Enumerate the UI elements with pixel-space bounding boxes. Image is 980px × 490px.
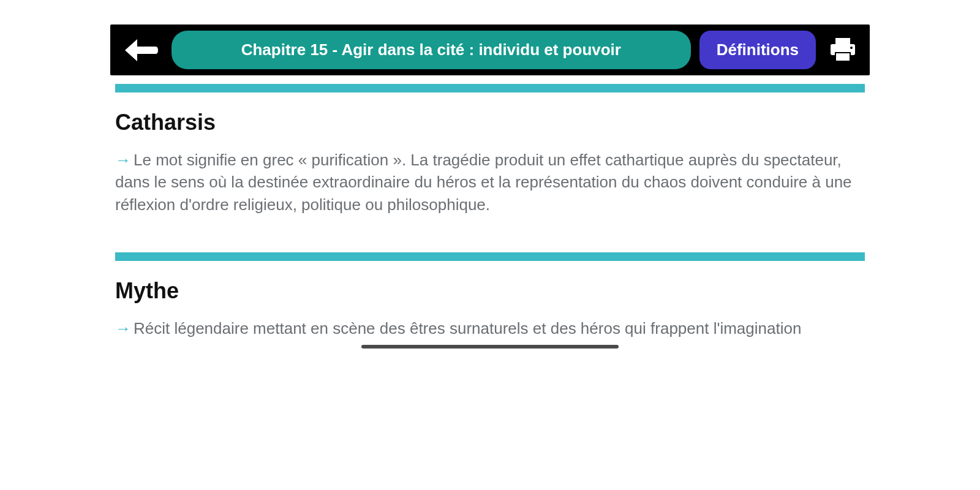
- section-divider: [115, 84, 865, 92]
- svg-point-3: [850, 47, 853, 49]
- bullet-arrow-icon: →: [115, 319, 131, 337]
- section-divider: [115, 252, 865, 261]
- horizontal-scroll-indicator[interactable]: [361, 345, 619, 349]
- back-arrow-icon: [123, 37, 159, 64]
- term-definition: →Le mot signifie en grec « purification …: [115, 149, 865, 216]
- definitions-button[interactable]: Définitions: [699, 31, 816, 69]
- back-button[interactable]: [119, 33, 163, 67]
- term-definition: →Récit légendaire mettant en scène des ê…: [115, 317, 865, 339]
- top-toolbar: Chapitre 15 - Agir dans la cité : indivi…: [110, 24, 870, 75]
- definition-entry: Mythe →Récit légendaire mettant en scène…: [115, 278, 865, 339]
- print-button[interactable]: [824, 33, 861, 67]
- definition-text: Récit légendaire mettant en scène des êt…: [134, 319, 801, 337]
- definition-entry: Catharsis →Le mot signifie en grec « pur…: [115, 110, 865, 216]
- printer-icon: [828, 37, 858, 64]
- bullet-arrow-icon: →: [115, 151, 131, 169]
- svg-rect-0: [835, 38, 850, 44]
- definitions-content: Catharsis →Le mot signifie en grec « pur…: [110, 84, 870, 349]
- term-heading: Catharsis: [115, 110, 865, 135]
- chapter-title-pill[interactable]: Chapitre 15 - Agir dans la cité : indivi…: [172, 31, 691, 69]
- definition-text: Le mot signifie en grec « purification »…: [115, 151, 852, 214]
- svg-rect-2: [835, 53, 850, 61]
- term-heading: Mythe: [115, 278, 865, 304]
